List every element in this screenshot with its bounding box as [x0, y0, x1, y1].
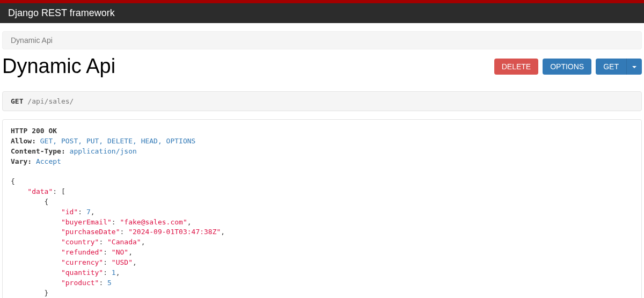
status-line: HTTP 200 OK [11, 127, 57, 135]
get-button-group: GET [596, 59, 642, 75]
button-row: DELETE OPTIONS GET [494, 59, 642, 75]
breadcrumb-current: Dynamic Api [11, 36, 53, 45]
page-header: Dynamic Api DELETE OPTIONS GET [2, 55, 642, 83]
allow-label: Allow: [11, 137, 36, 145]
request-path: /api/sales/ [27, 97, 74, 105]
get-dropdown-toggle[interactable] [626, 59, 642, 75]
request-method: GET [11, 97, 23, 105]
navbar-brand[interactable]: Django REST framework [8, 8, 115, 18]
page-title: Dynamic Api [2, 55, 115, 78]
vary-value: Accept [36, 157, 61, 165]
chevron-down-icon [632, 66, 636, 68]
options-button[interactable]: OPTIONS [543, 59, 591, 75]
breadcrumb: Dynamic Api [2, 31, 642, 49]
get-button[interactable]: GET [596, 59, 626, 75]
delete-button[interactable]: DELETE [494, 59, 538, 75]
content-type-value: application/json [70, 147, 137, 155]
vary-label: Vary: [11, 157, 32, 165]
navbar: Django REST framework [0, 3, 644, 23]
response-panel: HTTP 200 OK Allow: GET, POST, PUT, DELET… [2, 119, 642, 298]
request-info: GET /api/sales/ [2, 91, 642, 111]
response-body: { "data": [ { "id": 7, "buyerEmail": "fa… [11, 177, 225, 298]
content-type-label: Content-Type: [11, 147, 65, 155]
allow-value: GET, POST, PUT, DELETE, HEAD, OPTIONS [40, 137, 196, 145]
